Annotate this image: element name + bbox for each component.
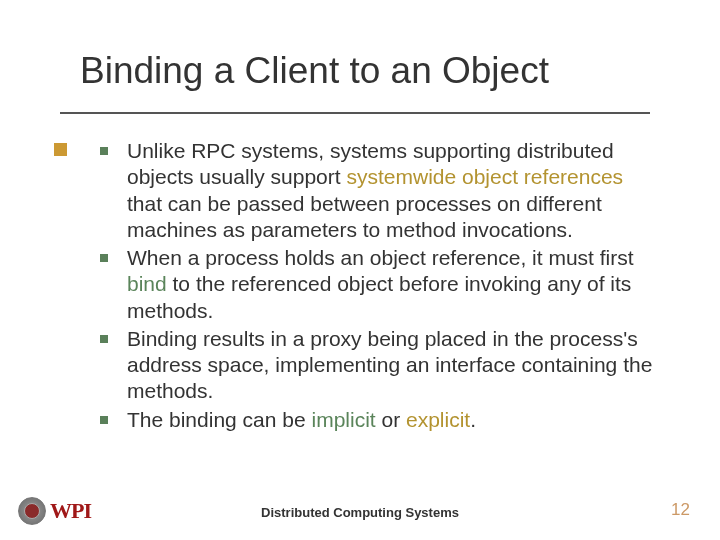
- bullet-text: to the referenced object before invoking…: [127, 272, 631, 321]
- bullet-list: Unlike RPC systems, systems supporting d…: [95, 138, 655, 433]
- bullet-text: or: [376, 408, 406, 431]
- highlight: explicit: [406, 408, 470, 431]
- bullet-text: Binding results in a proxy being placed …: [127, 327, 652, 403]
- highlight: implicit: [311, 408, 375, 431]
- page-number: 12: [671, 500, 690, 520]
- list-item: Unlike RPC systems, systems supporting d…: [95, 138, 655, 243]
- bullet-text: The binding can be: [127, 408, 311, 431]
- bullet-text: .: [470, 408, 476, 431]
- content-area: Unlike RPC systems, systems supporting d…: [95, 138, 655, 435]
- title-underline: [60, 112, 650, 114]
- slide-title: Binding a Client to an Object: [80, 50, 549, 92]
- list-item: Binding results in a proxy being placed …: [95, 326, 655, 405]
- footer-title: Distributed Computing Systems: [0, 505, 720, 520]
- accent-box: [54, 143, 67, 156]
- highlight: systemwide object references: [346, 165, 623, 188]
- highlight: bind: [127, 272, 167, 295]
- bullet-text: When a process holds an object reference…: [127, 246, 634, 269]
- bullet-text: that can be passed between processes on …: [127, 192, 602, 241]
- list-item: When a process holds an object reference…: [95, 245, 655, 324]
- list-item: The binding can be implicit or explicit.: [95, 407, 655, 433]
